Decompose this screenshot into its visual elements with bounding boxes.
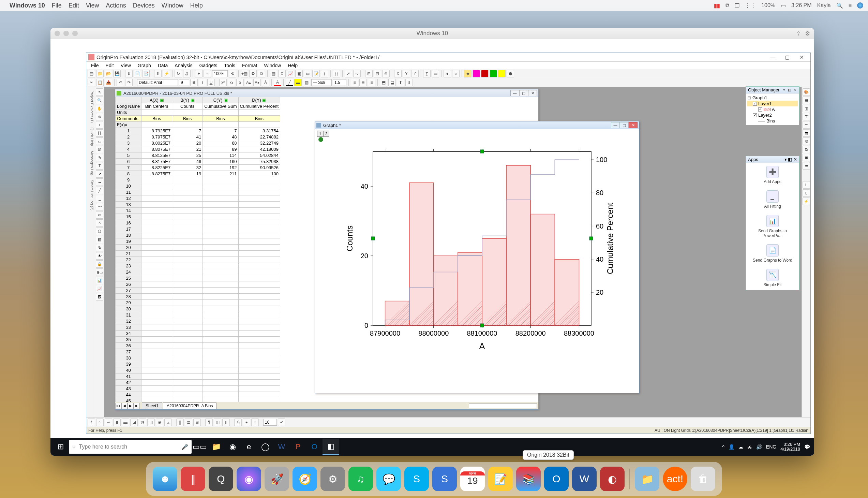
tb-file-explorer[interactable]: 📁 [208,438,224,455]
dock-calendar[interactable]: APR 19 [460,467,485,491]
rtool-merge[interactable]: ⊞ [803,154,810,161]
tb-axis-x[interactable]: X [394,70,402,77]
mac-menu-devices[interactable]: Devices [133,2,155,9]
bt-hist[interactable]: ⫿ [222,419,230,426]
tb-save[interactable]: 💾 [113,70,121,77]
dropbox-icon[interactable]: ⧉ [725,2,729,9]
tb-underline[interactable]: U [207,79,215,86]
tb-new-excel[interactable]: X [278,70,286,77]
dock-safari[interactable]: 🧭 [293,467,317,491]
mac-user[interactable]: Kayla [817,2,831,9]
tb-zoom-value[interactable] [212,70,228,77]
wb-hscroll[interactable] [469,404,537,408]
tb-group[interactable]: ⬒ [380,79,387,86]
tray-expand-icon[interactable]: ^ [722,444,724,449]
workbook-titlebar[interactable]: A20160304PDPR - 2016-03-04 PD PRO FULL U… [115,89,538,97]
menu-analysis[interactable]: Analysis [171,62,196,69]
dock-quicktime[interactable]: Q [209,467,233,491]
rtool-speedmode[interactable]: ⚡ [803,197,810,205]
dock-siri[interactable]: ◉ [237,467,261,491]
tool-screen-reader[interactable]: + [96,121,103,129]
tb-zoom-out[interactable]: − [203,70,211,77]
tb-outlook[interactable]: O [306,438,322,455]
tool-profile[interactable]: 📊 [96,277,103,284]
menu-help[interactable]: Help [284,62,301,69]
tree-node-a[interactable]: ✓A [747,106,798,112]
rtool-inset[interactable]: ◱ [803,137,810,145]
tb-subscript[interactable]: x₂ [228,79,235,86]
tb-line-width[interactable] [333,79,346,86]
traffic-light-min[interactable] [63,31,69,36]
dock-downloads[interactable]: 📁 [635,467,659,491]
tb-font-big[interactable]: A▴ [245,79,252,86]
tb-fill-pattern[interactable]: ▨ [303,79,310,86]
tb-new-layout[interactable]: ▭ [304,70,311,77]
tree-node-graph1[interactable]: ⊟Graph1 [747,95,798,101]
mac-menu-window[interactable]: Window [162,2,184,9]
dock-books[interactable]: 📚 [516,467,541,491]
tool-rotate[interactable]: ↻ [96,244,103,251]
tb-font-color[interactable]: A [274,79,281,86]
taskbar-search[interactable]: ○ Type here to search 🎤 [69,440,191,454]
graph-max-button[interactable]: ▢ [620,122,629,128]
tb-new-function[interactable]: ƒ [321,70,328,77]
mac-menu-help[interactable]: Help [190,2,203,9]
tb-layer-extract[interactable]: ⊟ [374,70,381,77]
tb-font-size[interactable] [179,79,189,86]
tb-region-stats[interactable]: ∑ [423,70,431,77]
rtool-palette[interactable]: 🎨 [803,88,810,96]
tb-import-single[interactable]: 📄 [134,70,141,77]
bt-template[interactable]: ⎙ [234,419,242,426]
tb-rescale[interactable]: ⤢ [345,70,352,77]
tb-fill-color[interactable]: ▬ [294,79,302,86]
tb-copy[interactable]: 📋 [96,79,104,86]
tool-pan[interactable]: ✋ [96,105,103,112]
graph-min-button[interactable]: — [611,122,620,128]
tool-insert-img[interactable]: 🖼 [96,293,103,301]
tb-powerpoint[interactable]: P [290,438,306,455]
tb-add-column[interactable]: +▦ [241,70,248,77]
tb-italic[interactable]: I [199,79,206,86]
tb-align-center[interactable]: ≣ [359,79,367,86]
wb-tab-bins[interactable]: A20160304PDPR_A Bins [163,403,216,409]
bt-apply[interactable]: ✔ [278,419,285,426]
wb-min-button[interactable]: — [510,90,519,96]
dock-act[interactable]: act! [663,467,687,491]
notification-center-icon[interactable]: ≡ [849,2,852,9]
bt-contour[interactable]: ◉ [156,419,163,426]
menu-data[interactable]: Data [155,62,172,69]
task-view-button[interactable]: ▭▭ [191,438,208,455]
mac-menu-edit[interactable]: Edit [68,2,79,9]
tb-overline[interactable]: Ā [262,79,269,86]
app-item-4[interactable]: 📉Simple Fit [763,269,782,287]
rtool-linked[interactable]: ⬒ [803,129,810,137]
bt-panel[interactable]: ⊞ [193,419,201,426]
tool-insert-graph[interactable]: 📈 [96,285,103,292]
tool-text[interactable]: T [96,162,103,170]
tool-lock[interactable]: 🔒 [96,260,103,268]
bt-bar[interactable]: ▬ [122,419,129,426]
tb-open[interactable]: 📂 [105,70,112,77]
tb-line-color[interactable]: ╱ [286,79,293,86]
tb-import-multi[interactable]: 📑 [142,70,150,77]
mac-clock[interactable]: 3:26 PM [791,2,812,9]
start-button[interactable]: ⊞ [53,438,69,455]
tray-lang-icon[interactable]: ENG [766,444,776,449]
dock-settings[interactable]: ⚙ [320,467,345,491]
tb-superscript[interactable]: x² [219,79,227,86]
origin-maximize-button[interactable]: ▢ [780,54,794,61]
bt-column[interactable]: ▮ [113,419,121,426]
tb-line-style[interactable] [311,79,332,86]
tool-scale-in[interactable]: ⊕▭ [96,268,103,276]
tb-origin[interactable]: ◧ [322,438,339,455]
tb-color-4[interactable] [498,70,506,77]
tb-color-3[interactable] [490,70,497,77]
tb-code-builder[interactable]: {} [333,70,340,77]
tree-node-bins[interactable]: Bins [747,118,798,124]
wifi-icon[interactable]: ⋮⋮ [745,2,756,9]
menu-gadgets[interactable]: Gadgets [196,62,221,69]
parallels-titlebar[interactable]: Windows 10 ⇪ ⚙ [51,28,814,39]
tool-data-reader[interactable]: ⊕ [96,113,103,120]
tb-new-project[interactable]: ▤ [88,70,95,77]
tb-word[interactable]: W [273,438,290,455]
